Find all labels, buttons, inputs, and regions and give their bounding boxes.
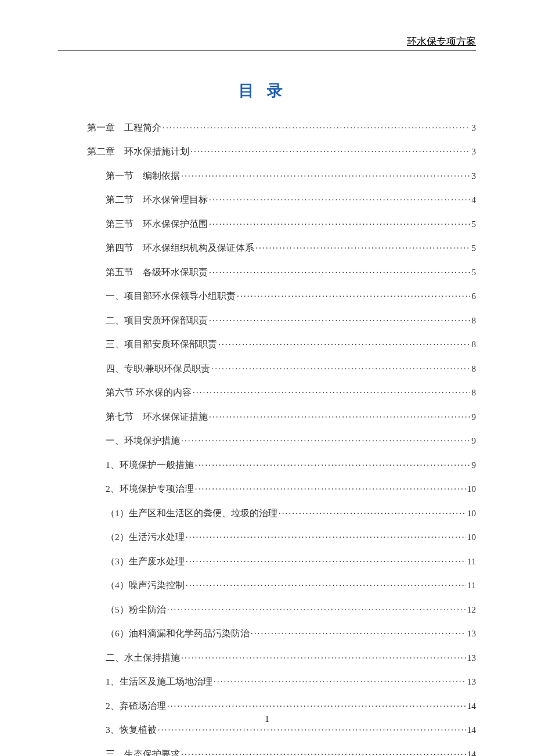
toc-entry: 第二节 环水保管理目标4 xyxy=(58,194,476,207)
toc-entry-page: 14 xyxy=(467,701,477,711)
header-title: 环水保专项方案 xyxy=(407,36,476,47)
toc-entry-page: 13 xyxy=(467,676,477,687)
toc-entry-label: 第五节 各级环水保职责 xyxy=(106,267,208,279)
toc-entry-label: 第二章 环水保措施计划 xyxy=(87,146,189,158)
toc-leader-dots xyxy=(167,700,466,709)
toc-entry-page: 3 xyxy=(471,146,476,157)
toc-leader-dots xyxy=(181,748,466,756)
toc-leader-dots xyxy=(211,362,470,372)
table-of-contents: 第一章 工程简介3第二章 环水保措施计划3第一节 编制依据3第二节 环水保管理目… xyxy=(58,121,476,756)
toc-entry: （6）油料滴漏和化学药品污染防治13 xyxy=(58,628,476,640)
toc-entry: 第四节 环水保组织机构及保证体系5 xyxy=(58,242,476,255)
toc-title: 目录 xyxy=(58,80,476,101)
toc-entry-label: 2、弃碴场治理 xyxy=(106,700,166,712)
toc-entry-page: 13 xyxy=(467,653,477,663)
toc-leader-dots xyxy=(167,603,466,613)
toc-entry-page: 10 xyxy=(467,508,477,519)
toc-entry-label: 二、项目安质环保部职责 xyxy=(106,315,208,327)
toc-entry-page: 3 xyxy=(471,123,476,133)
toc-entry: 二、水土保持措施13 xyxy=(58,651,476,664)
toc-entry-page: 5 xyxy=(471,267,476,278)
toc-entry-page: 8 xyxy=(471,387,476,398)
toc-entry-label: 第一节 编制依据 xyxy=(106,170,180,182)
toc-entry: 第六节 环水保的内容8 xyxy=(58,387,476,399)
toc-entry: （4）噪声污染控制11 xyxy=(58,579,476,592)
toc-entry-label: 3、恢复植被 xyxy=(106,724,157,736)
toc-entry-page: 14 xyxy=(467,725,477,735)
toc-entry-page: 8 xyxy=(471,315,476,326)
toc-entry-label: （4）噪声污染控制 xyxy=(106,579,185,592)
toc-leader-dots xyxy=(158,724,466,733)
toc-leader-dots xyxy=(209,314,470,323)
toc-leader-dots xyxy=(186,531,466,541)
toc-entry-label: 第七节 环水保保证措施 xyxy=(106,411,208,423)
toc-entry-label: 四、专职/兼职环保员职责 xyxy=(106,363,210,375)
toc-entry: 二、项目安质环保部职责8 xyxy=(58,314,476,327)
toc-entry-label: 三、生态保护要求 xyxy=(106,748,180,757)
toc-entry: 第七节 环水保保证措施9 xyxy=(58,411,476,423)
toc-entry-label: 第三节 环水保保护范围 xyxy=(106,218,208,231)
toc-entry: 第一章 工程简介3 xyxy=(58,121,476,134)
toc-entry-label: 1、环境保护一般措施 xyxy=(106,459,194,471)
toc-leader-dots xyxy=(181,651,466,661)
toc-entry-page: 5 xyxy=(471,219,476,229)
toc-leader-dots xyxy=(279,507,466,516)
toc-entry: 第二章 环水保措施计划3 xyxy=(58,146,476,159)
toc-entry-page: 10 xyxy=(467,532,477,542)
toc-entry-page: 11 xyxy=(467,580,476,591)
toc-entry: 第五节 各级环水保职责5 xyxy=(58,266,476,279)
toc-leader-dots xyxy=(209,411,470,420)
toc-leader-dots xyxy=(209,218,470,227)
toc-entry: 3、恢复植被14 xyxy=(58,724,476,737)
toc-entry-label: （2）生活污水处理 xyxy=(106,531,185,543)
toc-entry: 2、弃碴场治理14 xyxy=(58,700,476,712)
toc-entry: 三、项目部安质环保部职责8 xyxy=(58,339,476,351)
toc-entry-page: 10 xyxy=(467,484,477,494)
toc-leader-dots xyxy=(193,387,470,396)
toc-entry-label: 第四节 环水保组织机构及保证体系 xyxy=(106,242,254,254)
toc-leader-dots xyxy=(255,242,470,251)
toc-entry-label: （6）油料滴漏和化学药品污染防治 xyxy=(106,628,250,640)
toc-entry-label: 一、环境保护措施 xyxy=(106,435,180,447)
toc-entry-page: 8 xyxy=(471,339,476,350)
toc-entry-label: 一、项目部环水保领导小组职责 xyxy=(106,290,236,303)
toc-leader-dots xyxy=(209,266,470,275)
toc-entry-label: 第六节 环水保的内容 xyxy=(106,387,192,399)
toc-entry-label: 二、水土保持措施 xyxy=(106,652,180,664)
toc-entry-page: 14 xyxy=(467,749,477,757)
toc-entry: 第三节 环水保保护范围5 xyxy=(58,218,476,231)
toc-entry: 第一节 编制依据3 xyxy=(58,170,476,182)
toc-entry-page: 9 xyxy=(471,412,476,422)
toc-leader-dots xyxy=(195,459,471,468)
toc-entry: （1）生产区和生活区的粪便、垃圾的治理10 xyxy=(58,507,476,520)
toc-entry: 一、环境保护措施9 xyxy=(58,435,476,448)
toc-entry-label: （3）生产废水处理 xyxy=(106,556,185,568)
toc-leader-dots xyxy=(186,579,466,589)
toc-leader-dots xyxy=(190,146,470,155)
toc-entry: 2、环境保护专项治理10 xyxy=(58,483,476,496)
toc-leader-dots xyxy=(214,676,466,685)
toc-entry: 四、专职/兼职环保员职责8 xyxy=(58,362,476,375)
toc-leader-dots xyxy=(163,121,470,131)
toc-leader-dots xyxy=(251,628,466,637)
toc-leader-dots xyxy=(181,435,470,444)
toc-leader-dots xyxy=(186,555,466,564)
toc-entry: 一、项目部环水保领导小组职责6 xyxy=(58,290,476,303)
toc-entry-page: 9 xyxy=(471,460,476,470)
toc-entry: 1、环境保护一般措施9 xyxy=(58,459,476,471)
toc-entry-page: 6 xyxy=(471,291,476,301)
toc-entry: （3）生产废水处理11 xyxy=(58,555,476,568)
toc-leader-dots xyxy=(237,290,470,300)
toc-entry-label: 三、项目部安质环保部职责 xyxy=(106,339,217,351)
toc-entry-page: 11 xyxy=(467,556,476,567)
toc-entry: 1、生活区及施工场地治理13 xyxy=(58,676,476,689)
running-header: 环水保专项方案 xyxy=(58,35,476,51)
toc-entry-page: 4 xyxy=(471,195,476,205)
toc-leader-dots xyxy=(181,170,470,179)
toc-entry: 三、生态保护要求14 xyxy=(58,748,476,756)
toc-entry-page: 12 xyxy=(467,604,477,615)
toc-entry-page: 13 xyxy=(467,628,477,639)
toc-leader-dots xyxy=(195,483,466,492)
document-page: 环水保专项方案 目录 第一章 工程简介3第二章 环水保措施计划3第一节 编制依据… xyxy=(0,0,534,756)
toc-entry: （5）粉尘防治12 xyxy=(58,603,476,616)
